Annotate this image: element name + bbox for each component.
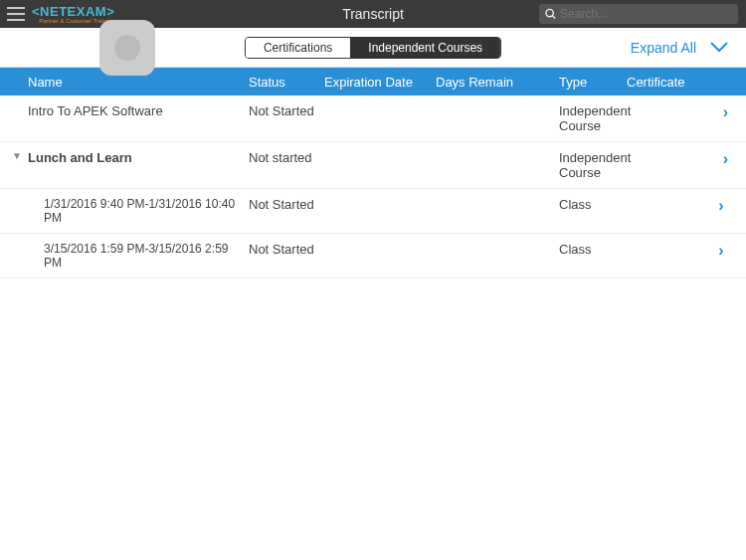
cell-status: Not Started [249, 103, 324, 118]
toolbar: Certifications Independent Courses Expan… [0, 28, 746, 68]
page-title: Transcript [342, 6, 404, 22]
search-icon [545, 8, 556, 20]
table-row[interactable]: Intro To APEK SoftwareNot StartedIndepen… [0, 95, 746, 142]
touch-indicator [99, 20, 155, 76]
hamburger-icon [7, 7, 25, 21]
chevron-right-icon: › [723, 150, 728, 167]
cell-type: Independent Course [559, 103, 631, 133]
table-row[interactable]: 3/15/2016 1:59 PM-3/15/2016 2:59 PMNot S… [0, 234, 746, 279]
row-arrow[interactable]: › [706, 197, 736, 215]
expand-all-label: Expand All [631, 40, 696, 56]
cell-name: Lunch and Learn [0, 150, 249, 165]
row-arrow[interactable]: › [710, 103, 740, 121]
chevron-right-icon: › [723, 103, 728, 120]
segmented-control: Certifications Independent Courses [245, 37, 501, 59]
cell-type: Independent Course [559, 150, 631, 180]
cell-type: Class [559, 197, 627, 212]
chevron-right-icon: › [718, 197, 723, 214]
col-status: Status [249, 75, 324, 90]
expand-all-button[interactable]: Expand All [631, 40, 728, 56]
touch-indicator-inner [114, 35, 140, 61]
cell-name: Intro To APEK Software [0, 103, 249, 118]
cell-status: Not Started [249, 197, 324, 212]
cell-status: Not started [249, 150, 324, 165]
caret-down-icon: ▼ [12, 150, 22, 161]
table-row[interactable]: ▼Lunch and LearnNot startedIndependent C… [0, 142, 746, 189]
search-box[interactable] [539, 4, 738, 24]
tab-independent-courses[interactable]: Independent Courses [350, 38, 500, 58]
cell-name: 1/31/2016 9:40 PM-1/31/2016 10:40 PM [0, 197, 249, 225]
col-name: Name [0, 75, 249, 90]
menu-button[interactable] [0, 0, 32, 28]
table-row[interactable]: 1/31/2016 9:40 PM-1/31/2016 10:40 PMNot … [0, 189, 746, 234]
search-input[interactable] [560, 7, 732, 21]
table-body: Intro To APEK SoftwareNot StartedIndepen… [0, 95, 746, 279]
logo-main: <NETEXAM> [32, 4, 114, 19]
row-arrow[interactable]: › [706, 242, 736, 260]
tab-certifications[interactable]: Certifications [246, 38, 350, 58]
svg-point-0 [546, 9, 553, 16]
chevron-right-icon: › [718, 242, 723, 259]
col-days-remain: Days Remain [436, 75, 559, 90]
cell-status: Not Started [249, 242, 324, 257]
cell-name: 3/15/2016 1:59 PM-3/15/2016 2:59 PM [0, 242, 249, 270]
col-expiration: Expiration Date [324, 75, 436, 90]
row-arrow[interactable]: › [710, 150, 740, 168]
chevron-down-icon [710, 42, 728, 54]
col-certificate: Certificate [627, 75, 706, 90]
logo: <NETEXAM> Partner & Customer Training [32, 4, 114, 24]
cell-type: Class [559, 242, 627, 257]
col-type: Type [559, 75, 627, 90]
